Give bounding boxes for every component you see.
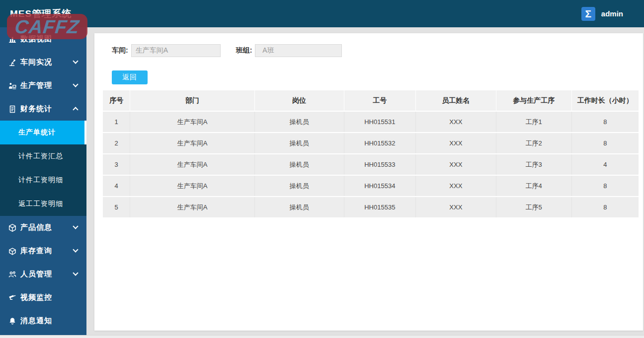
sidebar-subitem-piecework-salary-detail[interactable]: 计件工资明细: [0, 168, 86, 192]
table-cell: 生产车间A: [130, 111, 254, 133]
sidebar-item-label: 产品信息: [20, 223, 52, 232]
table-row: 4生产车间A操机员HH015534XXX工序48: [103, 175, 639, 197]
camera-icon: [8, 293, 17, 302]
sidebar-nav: 数据视图车间实况生产管理财务统计生产单统计计件工资汇总计件工资明细返工工资明细产…: [0, 27, 86, 333]
user-menu[interactable]: Σ admin: [581, 0, 623, 27]
top-header: MES管理系统 Σ admin: [0, 0, 644, 27]
sidebar-item-production-management[interactable]: 生产管理: [0, 74, 86, 97]
app-title: MES管理系统: [10, 7, 72, 20]
table-cell: 生产车间A: [130, 133, 254, 154]
workshop-label: 车间:: [112, 46, 128, 55]
content-card: 车间: 班组: 返回 序号部门岗位工号员工姓名参与生产工序工作时长（小时） 1生…: [94, 33, 643, 331]
table-cell: 操机员: [254, 197, 344, 218]
sidebar-item-video-monitor[interactable]: 视频监控: [0, 286, 86, 309]
sigma-icon: Σ: [581, 7, 595, 21]
table-cell: 1: [103, 111, 130, 133]
table-cell: 操机员: [254, 133, 344, 154]
sidebar-item-label: 视频监控: [20, 293, 52, 302]
sidebar-item-inventory-query[interactable]: 库存查询: [0, 239, 86, 263]
staff-hours-table: 序号部门岗位工号员工姓名参与生产工序工作时长（小时） 1生产车间A操机员HH01…: [103, 90, 639, 218]
table-header-cell: 岗位: [254, 90, 344, 111]
sidebar-item-label: 人员管理: [20, 270, 52, 279]
sidebar-item-label: 库存查询: [20, 246, 52, 256]
sidebar-subitem-production-order-stats[interactable]: 生产单统计: [0, 121, 86, 144]
sidebar-item-label: 消息通知: [20, 316, 52, 326]
table-cell: 工序2: [496, 133, 571, 154]
table-cell: 2: [103, 133, 130, 154]
table-cell: 操机员: [254, 111, 344, 133]
table-cell: 工序5: [496, 197, 571, 218]
back-button[interactable]: 返回: [112, 70, 148, 84]
table-body: 1生产车间A操机员HH015531XXX工序182生产车间A操机员HH01553…: [103, 111, 639, 218]
sidebar: 数据视图车间实况生产管理财务统计生产单统计计件工资汇总计件工资明细返工工资明细产…: [0, 27, 86, 335]
team-input[interactable]: [255, 44, 342, 57]
chevron-down-icon: [73, 270, 78, 275]
sidebar-subitem-piecework-salary-summary[interactable]: 计件工资汇总: [0, 144, 86, 168]
sidebar-item-product-info[interactable]: 产品信息: [0, 216, 86, 239]
team-label: 班组:: [236, 46, 252, 55]
table-cell: 5: [103, 197, 130, 218]
users-icon: [8, 270, 17, 279]
table-row: 1生产车间A操机员HH015531XXX工序18: [103, 111, 639, 133]
table-header-cell: 参与生产工序: [496, 90, 571, 111]
sidebar-item-personnel-management[interactable]: 人员管理: [0, 263, 86, 286]
chevron-down-icon: [73, 81, 78, 87]
submenu-finance-statistics: 生产单统计计件工资汇总计件工资明细返工工资明细: [0, 121, 86, 216]
table-header-cell: 序号: [103, 90, 130, 111]
table-cell: 生产车间A: [130, 154, 254, 175]
table-cell: 生产车间A: [130, 175, 254, 197]
table-cell: 3: [103, 154, 130, 175]
table-row: 3生产车间A操机员HH015533XXX工序34: [103, 154, 639, 175]
horizontal-scrollbar[interactable]: [0, 335, 644, 338]
table-cell: XXX: [416, 197, 496, 218]
table-cell: 工序3: [496, 154, 571, 175]
sidebar-item-label: 生产管理: [20, 81, 52, 90]
robot-arm-icon: [8, 58, 17, 67]
table-cell: HH015535: [344, 197, 415, 218]
chevron-down-icon: [73, 58, 78, 64]
table-header-cell: 工作时长（小时）: [571, 90, 639, 111]
table-cell: HH015533: [344, 154, 415, 175]
table-cell: 8: [571, 133, 639, 154]
table-cell: 生产车间A: [130, 197, 254, 218]
table-cell: HH015531: [344, 111, 415, 133]
table-header-cell: 部门: [130, 90, 254, 111]
sidebar-item-label: 财务统计: [20, 104, 52, 114]
table-row: 5生产车间A操机员HH015535XXX工序58: [103, 197, 639, 218]
table-cell: HH015532: [344, 133, 415, 154]
chevron-down-icon: [73, 223, 78, 229]
ledger-icon: [8, 105, 17, 114]
table-header-row: 序号部门岗位工号员工姓名参与生产工序工作时长（小时）: [103, 90, 639, 111]
filter-row: 车间: 班组:: [112, 44, 639, 57]
table-cell: 工序4: [496, 175, 571, 197]
chevron-down-icon: [73, 247, 78, 252]
table-cell: XXX: [416, 111, 496, 133]
bar-chart-icon: [8, 35, 17, 44]
table-cell: 操机员: [254, 154, 344, 175]
sidebar-item-data-view[interactable]: 数据视图: [0, 27, 86, 51]
table-cell: XXX: [416, 154, 496, 175]
table-cell: 工序1: [496, 111, 571, 133]
table-cell: 操机员: [254, 175, 344, 197]
table-header-cell: 工号: [344, 90, 415, 111]
sidebar-item-message-notice[interactable]: 消息通知: [0, 309, 86, 333]
chevron-up-icon: [73, 107, 78, 112]
table-header-cell: 员工姓名: [416, 90, 496, 111]
table-cell: 8: [571, 197, 639, 218]
table-cell: XXX: [416, 133, 496, 154]
user-name: admin: [601, 9, 623, 18]
sidebar-item-label: 数据视图: [20, 34, 52, 44]
sidebar-subitem-rework-salary-detail[interactable]: 返工工资明细: [0, 192, 86, 216]
table-cell: 4: [103, 175, 130, 197]
sidebar-item-workshop-live[interactable]: 车间实况: [0, 51, 86, 74]
table-cell: HH015534: [344, 175, 415, 197]
main-content: 车间: 班组: 返回 序号部门岗位工号员工姓名参与生产工序工作时长（小时） 1生…: [86, 27, 644, 335]
sidebar-item-finance-statistics[interactable]: 财务统计: [0, 97, 86, 121]
table-cell: XXX: [416, 175, 496, 197]
workshop-input[interactable]: [131, 44, 221, 57]
bell-icon: [8, 317, 17, 326]
table-cell: 4: [571, 154, 639, 175]
box-icon: [8, 247, 17, 256]
cube-icon: [8, 223, 17, 232]
sidebar-item-label: 车间实况: [20, 58, 52, 67]
